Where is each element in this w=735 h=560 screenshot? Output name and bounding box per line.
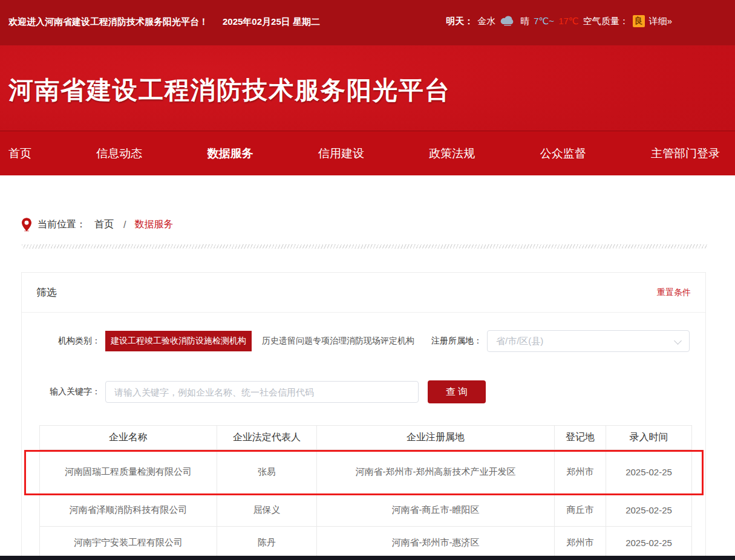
cell-registration-place: 郑州市 — [555, 450, 606, 494]
nav-item-policy[interactable]: 政策法规 — [429, 146, 475, 161]
top-utility-bar: 欢迎进入河南省建设工程消防技术服务阳光平台！ 2025年02月25日 星期二 明… — [0, 0, 735, 45]
col-header-entry-date: 录入时间 — [606, 426, 692, 450]
filter-title: 筛选 — [36, 285, 57, 299]
col-header-registered-region: 企业注册属地 — [317, 426, 555, 450]
weather-condition: 晴 — [520, 16, 529, 27]
table-row[interactable]: 河南固瑞工程质量检测有限公司 张易 河南省-郑州市-郑州高新技术产业开发区 郑州… — [40, 450, 692, 494]
filter-row-category: 机构类别： 建设工程竣工验收消防设施检测机构 历史遗留问题专项治理消防现场评定机… — [22, 331, 705, 351]
table-row[interactable]: 河南宇宁安装工程有限公司 陈丹 河南省-郑州市-惠济区 郑州市 2025-02-… — [40, 527, 692, 559]
filter-panel-header: 筛选 重置条件 — [22, 273, 705, 313]
region-select-placeholder: 省/市/区(县) — [496, 336, 543, 347]
aqi-label: 空气质量： — [583, 16, 629, 27]
cell-registration-place: 郑州市 — [555, 527, 606, 559]
temp-high: 17℃ — [558, 16, 579, 27]
nav-item-home[interactable]: 首页 — [8, 146, 31, 161]
agency-table: 企业名称 企业法定代表人 企业注册属地 登记地 录入时间 河南固瑞工程质量检测有… — [39, 425, 692, 559]
nav-item-admin-login[interactable]: 主管部门登录 — [651, 146, 720, 161]
weather-district: 金水 — [477, 16, 495, 27]
cell-registration-place: 商丘市 — [555, 494, 606, 527]
category-option-assessment-agency[interactable]: 历史遗留问题专项治理消防现场评定机构 — [256, 331, 420, 351]
page: 欢迎进入河南省建设工程消防技术服务阳光平台！ 2025年02月25日 星期二 明… — [0, 0, 735, 560]
col-header-legal-rep: 企业法定代表人 — [217, 426, 317, 450]
keyword-label: 输入关键字： — [22, 386, 100, 397]
cell-company-name: 河南宇宁安装工程有限公司 — [40, 527, 217, 559]
weather-tomorrow-label: 明天： — [446, 16, 473, 27]
welcome-text: 欢迎进入河南省建设工程消防技术服务阳光平台！ — [8, 16, 208, 28]
region-label: 注册所属地： — [431, 336, 482, 347]
breadcrumb-current-link[interactable]: 数据服务 — [134, 218, 173, 231]
weather-widget: 明天： 金水 晴 7℃~ 17℃ 空气质量： 良 详细» — [446, 15, 672, 28]
filter-row-keyword: 输入关键字： 查 询 — [22, 380, 705, 403]
nav-item-credit[interactable]: 信用建设 — [318, 146, 364, 161]
breadcrumb-home-link[interactable]: 首页 — [94, 218, 114, 231]
main-nav: 首页 信息动态 数据服务 信用建设 政策法规 公众监督 主管部门登录 — [0, 131, 735, 175]
date-text: 2025年02月25日 星期二 — [223, 16, 320, 28]
site-title: 河南省建设工程消防技术服务阳光平台 — [8, 74, 451, 107]
category-label: 机构类别： — [22, 336, 100, 347]
location-pin-icon — [22, 218, 31, 232]
temp-low: 7℃~ — [534, 16, 554, 27]
col-header-registration-place: 登记地 — [555, 426, 606, 450]
aqi-badge: 良 — [633, 15, 645, 27]
region-select[interactable]: 省/市/区(县) — [487, 330, 690, 352]
chevron-down-icon — [674, 337, 682, 345]
cell-entry-date: 2025-02-25 — [606, 450, 692, 494]
breadcrumb-separator: / — [123, 220, 126, 230]
nav-item-news[interactable]: 信息动态 — [96, 146, 142, 161]
reset-filters-link[interactable]: 重置条件 — [657, 287, 691, 298]
cell-entry-date: 2025-02-25 — [606, 527, 692, 559]
cloud-icon — [500, 15, 516, 28]
weather-detail-link[interactable]: 详细» — [649, 16, 672, 27]
cell-company-name: 河南固瑞工程质量检测有限公司 — [40, 450, 217, 494]
cell-legal-rep: 张易 — [217, 450, 317, 494]
cell-registered-region: 河南省-郑州市-郑州高新技术产业开发区 — [317, 450, 555, 494]
hatched-divider — [22, 244, 708, 249]
filter-panel: 筛选 重置条件 机构类别： 建设工程竣工验收消防设施检测机构 历史遗留问题专项治… — [21, 272, 706, 560]
category-option-detection-agency[interactable]: 建设工程竣工验收消防设施检测机构 — [105, 331, 252, 351]
region-filter-group: 注册所属地： 省/市/区(县) — [431, 330, 690, 352]
col-header-company-name: 企业名称 — [40, 426, 217, 450]
breadcrumb: 当前位置： 首页 / 数据服务 — [22, 218, 173, 232]
cell-company-name: 河南省泽顺消防科技有限公司 — [40, 494, 217, 527]
cell-legal-rep: 屈保义 — [217, 494, 317, 527]
table-header-row: 企业名称 企业法定代表人 企业注册属地 登记地 录入时间 — [40, 426, 692, 450]
breadcrumb-label: 当前位置： — [38, 218, 86, 231]
bottom-edge-bar — [0, 556, 735, 560]
table-row[interactable]: 河南省泽顺消防科技有限公司 屈保义 河南省-商丘市-睢阳区 商丘市 2025-0… — [40, 494, 692, 527]
site-header: 河南省建设工程消防技术服务阳光平台 — [0, 45, 735, 131]
cell-registered-region: 河南省-郑州市-惠济区 — [317, 527, 555, 559]
search-button[interactable]: 查 询 — [428, 380, 486, 403]
cell-entry-date: 2025-02-25 — [606, 494, 692, 527]
cell-legal-rep: 陈丹 — [217, 527, 317, 559]
nav-item-data-service[interactable]: 数据服务 — [207, 146, 253, 161]
nav-item-supervision[interactable]: 公众监督 — [540, 146, 586, 161]
cell-registered-region: 河南省-商丘市-睢阳区 — [317, 494, 555, 527]
keyword-input[interactable] — [105, 381, 419, 403]
